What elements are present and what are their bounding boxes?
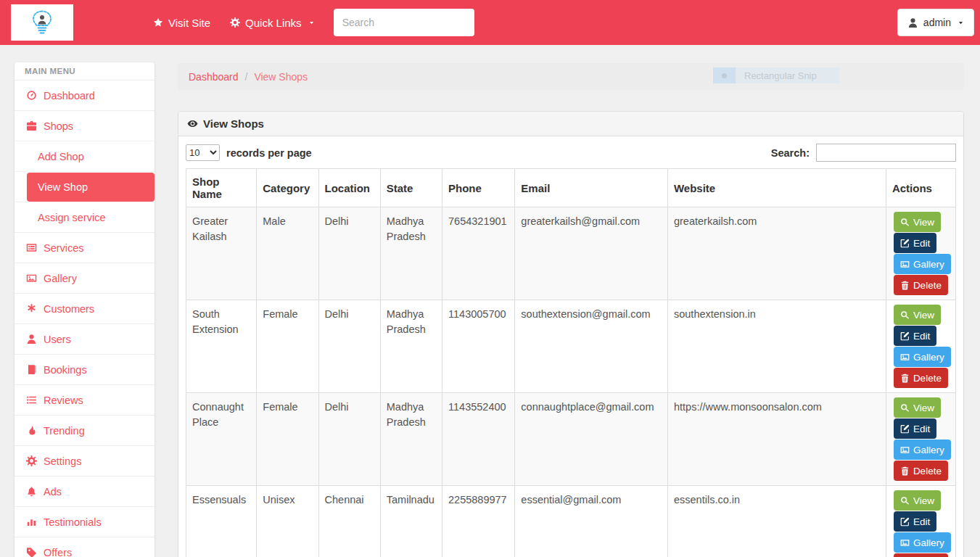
edit-icon <box>900 331 910 341</box>
snip-label: Rectangular Snip <box>744 70 817 81</box>
trending-icon <box>25 425 38 436</box>
cell-category: Female <box>257 393 318 486</box>
edit-button[interactable]: Edit <box>894 233 936 253</box>
sidebar-item-settings[interactable]: Settings <box>15 445 155 476</box>
quick-links-menu[interactable]: Quick Links <box>230 17 315 29</box>
gallery-button[interactable]: Gallery <box>894 440 951 460</box>
sidebar-item-label: Gallery <box>44 273 77 284</box>
button-label: View <box>913 217 934 228</box>
view-button[interactable]: View <box>894 397 941 418</box>
breadcrumb-dashboard-link[interactable]: Dashboard <box>189 71 239 83</box>
button-label: Gallery <box>913 445 944 455</box>
button-label: View <box>913 310 934 321</box>
cell-category: Female <box>257 300 318 393</box>
ads-icon <box>25 486 38 497</box>
delete-button[interactable]: Delete <box>894 368 948 388</box>
admin-user-menu[interactable]: admin <box>897 9 974 36</box>
edit-button[interactable]: Edit <box>894 326 936 346</box>
sidebar-item-view-shop[interactable]: View Shop <box>15 171 155 202</box>
cell-phone: 7654321901 <box>442 207 515 300</box>
cell-email: connaughtplace@gmail.com <box>515 393 668 486</box>
button-label: Gallery <box>913 259 944 270</box>
image-icon <box>900 538 910 548</box>
services-icon <box>25 242 38 253</box>
gallery-button[interactable]: Gallery <box>894 347 951 367</box>
gallery-button[interactable]: Gallery <box>894 532 951 553</box>
column-header-actions: Actions <box>886 169 955 207</box>
shops-table: Shop NameCategoryLocationStatePhoneEmail… <box>186 168 956 557</box>
button-label: Edit <box>913 331 930 342</box>
sidebar-item-gallery[interactable]: Gallery <box>15 263 155 293</box>
sidebar-item-testimonials[interactable]: Testimonials <box>15 506 155 537</box>
button-label: Gallery <box>913 537 944 548</box>
sidebar-item-ads[interactable]: Ads <box>15 476 155 506</box>
dashboard-icon <box>25 90 38 101</box>
gear-icon <box>230 17 240 28</box>
sidebar-item-dashboard[interactable]: Dashboard <box>15 80 155 110</box>
reviews-icon <box>25 395 38 405</box>
column-header-website: Website <box>667 169 886 207</box>
edit-button[interactable]: Edit <box>894 418 936 439</box>
button-label: Edit <box>913 238 930 249</box>
button-label: Delete <box>913 280 942 291</box>
cell-phone: 1143005700 <box>442 300 515 393</box>
person-icon <box>907 17 918 28</box>
sidebar-item-reviews[interactable]: Reviews <box>15 384 155 415</box>
top-header: Visit Site Quick Links admin <box>0 0 980 45</box>
cell-actions: ViewEditGalleryDelete <box>886 486 955 557</box>
sidebar-item-customers[interactable]: Customers <box>15 293 155 323</box>
visit-site-link[interactable]: Visit Site <box>153 17 210 29</box>
magnifier-icon <box>900 218 910 227</box>
sidebar-item-offers[interactable]: Offers <box>15 537 155 557</box>
sidebar-item-shops[interactable]: Shops <box>15 110 155 141</box>
table-header-row: Shop NameCategoryLocationStatePhoneEmail… <box>186 169 956 207</box>
caret-down-icon <box>958 20 964 26</box>
shops-icon <box>25 120 38 131</box>
image-icon <box>900 260 910 269</box>
view-button[interactable]: View <box>894 212 941 232</box>
gallery-button[interactable]: Gallery <box>894 254 951 274</box>
button-label: Gallery <box>913 352 944 363</box>
column-header-phone: Phone <box>442 169 515 207</box>
panel-body: 10 records per page Search: Shop NameCat… <box>178 136 963 557</box>
edit-button[interactable]: Edit <box>894 511 936 532</box>
offers-icon <box>25 547 38 557</box>
table-search-input[interactable] <box>816 144 956 162</box>
shop-row: South ExtensionFemaleDelhiMadhya Pradesh… <box>186 300 956 393</box>
sidebar-item-label: Users <box>44 334 71 345</box>
delete-button[interactable]: Delete <box>894 461 948 481</box>
shop-row: EssensualsUnisexChennaiTamilnadu22558899… <box>186 486 956 557</box>
view-button[interactable]: View <box>894 305 941 325</box>
breadcrumb-current[interactable]: View Shops <box>254 71 308 83</box>
sidebar-item-users[interactable]: Users <box>15 323 155 354</box>
cell-shop-name: South Extension <box>186 300 257 393</box>
trash-icon <box>900 374 910 383</box>
app-logo[interactable] <box>11 4 73 41</box>
table-search: Search: <box>771 144 956 162</box>
sidebar-item-add-shop[interactable]: Add Shop <box>15 141 155 171</box>
cell-location: Delhi <box>318 207 380 300</box>
button-label: View <box>913 403 934 413</box>
sidebar-item-services[interactable]: Services <box>15 232 155 263</box>
header-search-input[interactable] <box>334 9 474 36</box>
button-label: View <box>913 495 934 506</box>
magnifier-icon <box>900 403 910 413</box>
cell-email: southextension@gmail.com <box>515 300 668 393</box>
magnifier-icon <box>900 496 910 506</box>
edit-icon <box>900 239 910 248</box>
sidebar-item-trending[interactable]: Trending <box>15 415 155 445</box>
star-icon <box>153 17 163 28</box>
view-button[interactable]: View <box>894 490 941 511</box>
sidebar-item-bookings[interactable]: Bookings <box>15 354 155 384</box>
sidebar-item-label: Services <box>44 242 84 254</box>
main-content: Dashboard / View Shops View Shops 10 rec… <box>178 63 964 557</box>
delete-button[interactable]: Delete <box>894 275 948 295</box>
trash-icon <box>900 466 910 476</box>
records-per-page-select[interactable]: 10 <box>186 144 220 161</box>
sidebar-item-label: Ads <box>44 486 62 498</box>
view-shops-panel: View Shops 10 records per page Search: S… <box>178 111 964 557</box>
cell-email: essential@gmail.com <box>515 486 668 557</box>
sidebar-item-assign-service[interactable]: Assign service <box>15 202 155 232</box>
delete-button[interactable]: Delete <box>894 553 948 557</box>
cell-phone: 2255889977 <box>442 486 515 557</box>
